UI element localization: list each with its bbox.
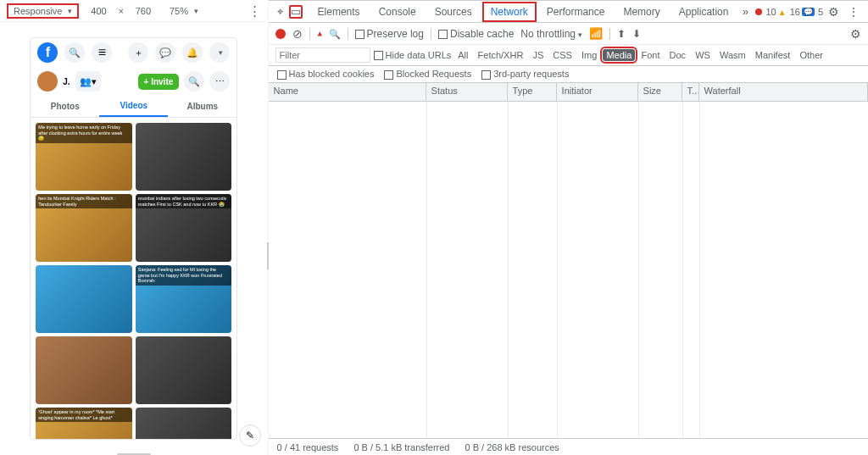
record-button[interactable] [275, 29, 286, 39]
network-settings-icon[interactable] [850, 27, 861, 41]
hamburger-icon[interactable] [92, 42, 112, 63]
tab-videos[interactable]: Videos [99, 96, 168, 117]
throttling-select[interactable]: No throttling [520, 28, 582, 40]
filter-type-js[interactable]: JS [529, 49, 547, 61]
more-tabs-icon[interactable]: » [738, 5, 752, 19]
network-status-bar: 0 / 41 requests 0 B / 5.1 kB transferred… [269, 438, 868, 455]
status-requests: 0 / 41 requests [277, 442, 339, 452]
device-toolbar-menu[interactable]: ⋮ [248, 3, 261, 19]
export-har-icon[interactable] [632, 28, 641, 40]
tab-memory[interactable]: Memory [615, 2, 668, 22]
viewport-width-input[interactable] [84, 6, 113, 16]
search-icon[interactable]: 🔍 [64, 42, 85, 63]
video-thumb[interactable] [136, 336, 232, 404]
warning-counter[interactable]: 16 [778, 7, 800, 17]
video-thumb[interactable]: Me trying to leave home early on Friday … [36, 123, 132, 191]
video-thumb[interactable] [36, 336, 132, 404]
zoom-select[interactable]: 75% [163, 3, 205, 19]
network-filter-bar: Hide data URLs All Fetch/XHR JS CSS Img … [269, 45, 868, 66]
network-filter-bar-2: Has blocked cookies Blocked Requests 3rd… [269, 66, 868, 83]
blocked-requests-checkbox[interactable]: Blocked Requests [384, 69, 471, 80]
messenger-icon[interactable]: 💬 [155, 42, 175, 63]
profile-more-icon[interactable]: ⋯ [209, 71, 230, 92]
profile-search-icon[interactable]: 🔍 [184, 71, 204, 92]
devtools-settings-icon[interactable]: ⚙ [825, 5, 843, 19]
avatar[interactable] [37, 71, 58, 92]
network-table-header: Name Status Type Initiator Size T.. Wate… [269, 83, 868, 102]
video-thumb[interactable]: 'Ghost' appear in my room* *Me start sin… [36, 408, 132, 439]
device-preview-pane: Responsive × 75% ⋮ f 🔍 ＋ 💬 🔔 [0, 0, 269, 455]
tab-elements[interactable]: Elements [309, 2, 369, 22]
tab-photos[interactable]: Photos [31, 96, 99, 117]
filter-type-all[interactable]: All [454, 49, 471, 61]
network-table-body [269, 102, 868, 438]
invite-button[interactable]: + Invite [138, 74, 180, 90]
inspect-icon[interactable]: ⌖ [274, 5, 287, 19]
blocked-cookies-checkbox[interactable]: Has blocked cookies [277, 69, 375, 80]
tab-sources[interactable]: Sources [426, 2, 481, 22]
account-menu-icon[interactable] [209, 42, 230, 63]
mobile-preview: f 🔍 ＋ 💬 🔔 J. 👥▾ + Invite 🔍 ⋯ [30, 37, 237, 440]
col-time[interactable]: T.. [682, 83, 699, 101]
devtools-pane: ⌖ ▭ Elements Console Sources Network Per… [269, 0, 868, 455]
network-conditions-icon[interactable]: 📶 [589, 27, 603, 41]
clear-button[interactable] [292, 27, 303, 41]
col-status[interactable]: Status [426, 83, 508, 101]
notifications-icon[interactable]: 🔔 [182, 42, 203, 63]
filter-type-wasm[interactable]: Wasm [716, 49, 749, 61]
user-initial: J. [63, 77, 70, 86]
video-thumb[interactable] [36, 265, 132, 333]
devtools-menu-icon[interactable]: ⋮ [844, 5, 863, 19]
plus-icon[interactable]: ＋ [128, 42, 148, 63]
preview-viewport: f 🔍 ＋ 💬 🔔 J. 👥▾ + Invite 🔍 ⋯ [0, 22, 268, 455]
tab-application[interactable]: Application [670, 2, 737, 22]
hide-data-urls-checkbox[interactable]: Hide data URLs [374, 50, 452, 61]
device-toolbar: Responsive × 75% ⋮ [0, 0, 268, 22]
video-thumb[interactable] [136, 123, 232, 191]
filter-type-other[interactable]: Other [796, 49, 826, 61]
preserve-log-checkbox[interactable]: Preserve log [355, 28, 424, 40]
friends-dropdown[interactable]: 👥▾ [75, 71, 101, 92]
device-mode-toggle-icon[interactable]: ▭ [289, 5, 303, 19]
device-select[interactable]: Responsive [7, 3, 79, 19]
tab-performance[interactable]: Performance [538, 2, 614, 22]
error-counter[interactable]: 10 [755, 7, 776, 17]
status-transferred: 0 B / 5.1 kB transferred [353, 442, 449, 452]
tab-network[interactable]: Network [482, 2, 537, 22]
fb-profile-bar: J. 👥▾ + Invite 🔍 ⋯ [31, 67, 236, 96]
dim-separator: × [118, 6, 123, 16]
status-resources: 0 B / 268 kB resources [465, 442, 559, 452]
video-grid: Me trying to leave home early on Friday … [31, 118, 236, 439]
tab-console[interactable]: Console [370, 2, 425, 22]
disable-cache-checkbox[interactable]: Disable cache [438, 28, 514, 40]
col-name[interactable]: Name [269, 83, 426, 101]
import-har-icon[interactable] [617, 28, 626, 40]
third-party-checkbox[interactable]: 3rd-party requests [481, 69, 569, 80]
filter-type-font[interactable]: Font [637, 49, 663, 61]
filter-type-manifest[interactable]: Manifest [752, 49, 794, 61]
video-thumb[interactable]: mumbai indians after losing two consecut… [136, 194, 232, 262]
tab-albums[interactable]: Albums [168, 96, 236, 117]
viewport-height-input[interactable] [129, 6, 158, 16]
video-thumb[interactable] [136, 408, 232, 439]
video-thumb[interactable]: Sanjana: Feeling sad for MI losing the g… [136, 265, 232, 333]
col-type[interactable]: Type [508, 83, 557, 101]
col-waterfall[interactable]: Waterfall [699, 83, 868, 101]
fb-top-bar: f 🔍 ＋ 💬 🔔 [31, 38, 236, 67]
filter-type-css[interactable]: CSS [549, 49, 576, 61]
filter-type-ws[interactable]: WS [692, 49, 714, 61]
network-toolbar: Preserve log Disable cache No throttling… [269, 23, 868, 45]
filter-toggle-icon[interactable] [317, 28, 322, 40]
video-thumb[interactable]: hen its Mumbai Knight Riders Match : Tan… [36, 194, 132, 262]
filter-type-img[interactable]: Img [578, 49, 600, 61]
filter-type-media[interactable]: Media [603, 49, 635, 61]
filter-type-doc[interactable]: Doc [666, 49, 690, 61]
devtools-tabstrip: ⌖ ▭ Elements Console Sources Network Per… [269, 1, 868, 23]
filter-input[interactable] [275, 47, 370, 63]
facebook-logo-icon[interactable]: f [37, 42, 58, 63]
search-toggle-icon[interactable] [329, 28, 341, 40]
col-initiator[interactable]: Initiator [557, 83, 638, 101]
issues-counter[interactable]: 💬5 [802, 7, 823, 17]
col-size[interactable]: Size [638, 83, 682, 101]
filter-type-fetchxhr[interactable]: Fetch/XHR [475, 49, 527, 61]
